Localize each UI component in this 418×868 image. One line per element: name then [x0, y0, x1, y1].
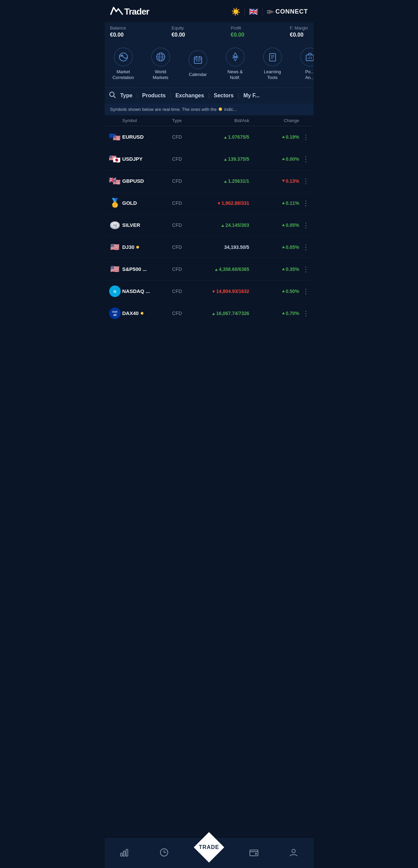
bidask-eurusd: 1.07675/5	[199, 134, 249, 140]
flag-silver: Ag	[109, 219, 121, 231]
profit-label: Profit	[231, 25, 241, 31]
news-label: News &Notif.	[227, 69, 243, 81]
type-usdjpy: CFD	[172, 156, 199, 162]
arrow-up-icon	[215, 269, 218, 271]
symbol-name-wrap-gold: GOLD	[122, 200, 172, 206]
flag-sp500: 🇺🇸	[109, 263, 121, 275]
svg-rect-11	[196, 60, 197, 61]
bidask-gold: 1,962.88/331	[199, 200, 249, 206]
learning-label: LearningTools	[264, 69, 281, 81]
flag-dj30: 🇺🇸	[109, 241, 121, 253]
bidask-dax40: 16,067.74/7326	[199, 311, 249, 316]
arrow-up-icon	[221, 224, 224, 227]
type-dax40: CFD	[172, 311, 199, 316]
menu-item-news[interactable]: News &Notif.	[217, 45, 254, 83]
arrow-up-icon	[282, 158, 285, 160]
bidask-nasdaq: 14,804.93/1632	[199, 289, 249, 294]
menu-item-market-correlation[interactable]: MarketCorrelation	[105, 45, 142, 83]
divider	[262, 8, 262, 16]
filter-sep-3: |	[208, 92, 210, 99]
th-type: Type	[172, 118, 199, 123]
balance-item-balance: Balance €0.00	[110, 25, 126, 38]
symbol-name-wrap-dj30: DJ30	[122, 244, 172, 250]
more-options-dax40[interactable]: ⋮	[299, 309, 309, 317]
fmargin-value: €0.00	[290, 32, 303, 38]
table-row[interactable]: 🇪🇺 🇺🇸 EURUSD CFD 1.07675/5 0.19% ⋮	[105, 126, 314, 148]
divider	[244, 8, 245, 16]
svg-line-21	[114, 96, 115, 98]
table-row[interactable]: Ag SILVER CFD 24.145/303 0.05% ⋮	[105, 214, 314, 236]
menu-item-portfolio[interactable]: Po...An...	[291, 45, 314, 83]
search-button[interactable]	[109, 91, 118, 100]
filter-type[interactable]: Type	[118, 91, 135, 100]
filter-sep-1: |	[137, 92, 138, 99]
svg-text:Ag: Ag	[113, 223, 117, 227]
filter-products[interactable]: Products	[140, 91, 167, 100]
symbol-name-dj30: DJ30	[122, 244, 135, 250]
svg-text:DAX: DAX	[112, 311, 117, 313]
table-row[interactable]: 🇺🇸 🇯🇵 USDJPY CFD 139.375/5 0.00% ⋮	[105, 148, 314, 170]
filter-sectors[interactable]: Sectors	[212, 91, 236, 100]
change-sp500: 0.35%	[249, 267, 299, 272]
symbol-name-wrap-sp500: S&P500 ...	[122, 266, 172, 272]
more-options-dj30[interactable]: ⋮	[299, 243, 309, 251]
arrow-up-icon	[224, 180, 227, 183]
table-row[interactable]: N NASDAQ ... CFD 14,804.93/1632 0.50% ⋮	[105, 280, 314, 302]
learning-icon	[263, 47, 282, 66]
filter-exchanges[interactable]: Exchanges	[173, 91, 206, 100]
svg-text:40: 40	[113, 313, 116, 317]
realtime-dot-dj30	[136, 246, 139, 249]
symbol-name-gbpusd: GBPUSD	[122, 178, 144, 184]
arrow-up-icon	[212, 313, 215, 315]
type-dj30: CFD	[172, 244, 199, 250]
arrow-up-icon	[282, 246, 285, 248]
filter-myf[interactable]: My F...	[241, 91, 262, 100]
more-options-silver[interactable]: ⋮	[299, 221, 309, 229]
filter-sep-2: |	[170, 92, 172, 99]
sun-icon[interactable]: ☀️	[231, 7, 240, 16]
change-nasdaq: 0.50%	[249, 289, 299, 294]
arrow-up-icon	[224, 136, 227, 139]
type-nasdaq: CFD	[172, 289, 199, 294]
symbol-name-gold: GOLD	[122, 200, 137, 206]
icon-menu: MarketCorrelation WorldMarkets	[105, 42, 314, 87]
type-gbpusd: CFD	[172, 178, 199, 184]
flag-icon[interactable]: 🇬🇧	[249, 7, 258, 16]
arrow-up-icon	[282, 268, 285, 270]
th-change: Change	[249, 118, 299, 123]
menu-item-calendar[interactable]: Calendar	[179, 47, 217, 80]
market-correlation-icon	[114, 47, 133, 66]
table-row[interactable]: DAX 40 DAX40 CFD 16,067.74/7326 0.70% ⋮	[105, 302, 314, 324]
table-row[interactable]: 🇬🇧 🇺🇸 GBPUSD CFD 1.25631/1 0.13% ⋮	[105, 170, 314, 192]
th-actions	[299, 118, 309, 123]
balance-item-profit: Profit €0.00	[231, 25, 244, 38]
table-row[interactable]: 🇺🇸 S&P500 ... CFD 4,358.60/6365 0.35% ⋮	[105, 258, 314, 280]
change-eurusd: 0.19%	[249, 134, 299, 140]
header-right: ☀️ 🇬🇧 🔌 CONNECT	[231, 7, 308, 16]
more-options-eurusd[interactable]: ⋮	[299, 133, 309, 141]
symbol-name-wrap-usdjpy: USDJPY	[122, 156, 172, 162]
symbol-name-wrap-gbpusd: GBPUSD	[122, 178, 172, 184]
market-correlation-label: MarketCorrelation	[113, 69, 134, 81]
menu-item-world-markets[interactable]: WorldMarkets	[142, 45, 179, 83]
symbol-name-wrap-nasdaq: NASDAQ ...	[122, 288, 172, 294]
arrow-down-icon	[212, 291, 215, 293]
more-options-usdjpy[interactable]: ⋮	[299, 155, 309, 163]
connect-button[interactable]: 🔌 CONNECT	[266, 8, 308, 15]
change-dax40: 0.70%	[249, 311, 299, 316]
balance-bar: Balance €0.00 Equity €0.00 Profit €0.00 …	[105, 22, 314, 42]
table-row[interactable]: 🇺🇸 DJ30 CFD 34,193.50/5 0.05% ⋮	[105, 236, 314, 258]
more-options-nasdaq[interactable]: ⋮	[299, 287, 309, 295]
more-options-gold[interactable]: ⋮	[299, 199, 309, 207]
table-header: Symbol Type Bid/Ask Change	[105, 115, 314, 126]
svg-text:N: N	[114, 290, 116, 294]
equity-value: €0.00	[172, 32, 185, 38]
svg-rect-7	[194, 57, 202, 63]
table-row[interactable]: 🥇 GOLD CFD 1,962.88/331 0.11% ⋮	[105, 192, 314, 214]
arrow-down-icon	[282, 180, 285, 182]
menu-item-learning[interactable]: LearningTools	[254, 45, 291, 83]
more-options-gbpusd[interactable]: ⋮	[299, 177, 309, 185]
balance-item-equity: Equity €0.00	[172, 25, 185, 38]
symbol-name-sp500: S&P500 ...	[122, 266, 147, 272]
more-options-sp500[interactable]: ⋮	[299, 265, 309, 273]
